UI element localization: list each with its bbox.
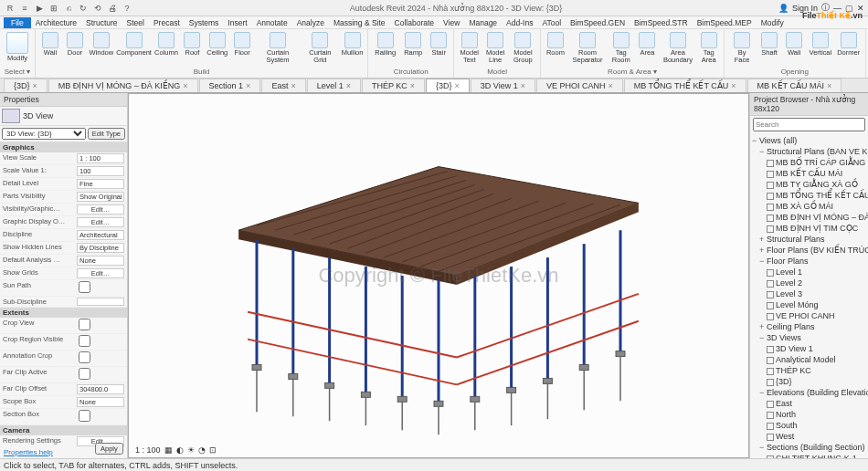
tab-close-icon[interactable]: × (731, 81, 736, 90)
prop-value[interactable]: By Discipline (77, 243, 124, 253)
ribbon-shaft-button[interactable]: Shaft (758, 31, 780, 58)
ribbon-railing-button[interactable]: Railing (372, 31, 398, 58)
prop-value[interactable] (77, 351, 124, 365)
scale-label[interactable]: 1 : 100 (135, 445, 161, 455)
prop-checkbox[interactable] (79, 281, 90, 293)
menu-file[interactable]: File (4, 17, 31, 28)
ribbon-curtainsystem-button[interactable]: Curtain System (256, 31, 300, 64)
tree-node[interactable]: North (752, 409, 866, 420)
prop-value[interactable]: 1 : 100 (77, 153, 124, 163)
menu-insert[interactable]: Insert (223, 17, 251, 28)
prop-checkbox[interactable] (79, 335, 90, 347)
prop-value[interactable]: 100 (77, 166, 124, 176)
tab-close-icon[interactable]: × (183, 81, 187, 90)
view-tab[interactable]: Section 1× (199, 78, 261, 92)
tree-node[interactable]: Level 2 (752, 277, 866, 288)
tree-node[interactable]: +Ceiling Plans (752, 321, 866, 332)
prop-value[interactable]: Edit… (77, 268, 124, 278)
tree-toggle-icon[interactable]: − (759, 443, 767, 452)
shadow-icon[interactable]: ◔ (198, 445, 206, 455)
ribbon-floor-button[interactable]: Floor (231, 31, 253, 58)
tree-node[interactable]: Level 1 (752, 267, 866, 277)
menu-manage[interactable]: Manage (464, 17, 502, 28)
menu-steel[interactable]: Steel (122, 17, 149, 28)
tree-node[interactable]: MB ĐỊNH VỊ MÓNG – ĐÀ KIỀNG (752, 212, 866, 223)
visual-style-icon[interactable]: ◐ (176, 445, 184, 455)
ribbon-component-button[interactable]: Component (117, 31, 152, 58)
prop-value[interactable]: Architectural (77, 230, 124, 240)
ribbon-ceiling-button[interactable]: Ceiling (206, 31, 228, 58)
menu-modify[interactable]: Modify (757, 17, 789, 28)
qat-item[interactable]: ⊞ (48, 2, 60, 15)
tab-close-icon[interactable]: × (346, 81, 351, 90)
ribbon-column-button[interactable]: Column (153, 31, 178, 58)
view-tab[interactable]: MB KẾT CẤU MÁI× (747, 78, 842, 92)
tree-node[interactable]: 3D View 1 (752, 343, 866, 354)
prop-value[interactable]: None (77, 256, 124, 266)
prop-value[interactable] (77, 298, 124, 306)
ribbon-room-button[interactable]: Room (545, 31, 566, 58)
prop-group[interactable]: Graphics (0, 142, 127, 152)
tree-node[interactable]: −3D Views (752, 332, 866, 343)
ribbon-tagarea-button[interactable]: Tag Area (698, 31, 720, 64)
qat-item[interactable]: ? (121, 2, 133, 15)
prop-group[interactable]: Camera (0, 425, 127, 435)
tree-toggle-icon[interactable]: + (759, 322, 767, 331)
tree-node[interactable]: East (752, 398, 866, 409)
tree-node[interactable]: West (752, 431, 866, 442)
tree-node[interactable]: THÉP KC (752, 365, 866, 376)
apply-button[interactable]: Apply (95, 443, 123, 455)
view-tab[interactable]: 3D View 1× (471, 78, 535, 92)
tree-node[interactable]: MB TY GIẰNG XÀ GỒ (752, 179, 866, 190)
prop-value[interactable]: Fine (77, 179, 124, 189)
tree-node[interactable]: {3D} (752, 376, 866, 387)
ribbon-modelgroup-button[interactable]: Model Group (510, 31, 536, 64)
ribbon-curtaingrid-button[interactable]: Curtain Grid (302, 31, 338, 64)
view-tab[interactable]: MB TỔNG THỂ KẾT CẤU× (624, 78, 746, 92)
prop-value[interactable]: None (77, 397, 124, 407)
qat-item[interactable]: R (4, 2, 16, 15)
tree-root[interactable]: −Views (all) (752, 135, 866, 146)
menu-atool[interactable]: ATool (537, 17, 566, 28)
ribbon-door-button[interactable]: Door (64, 31, 86, 58)
prop-group[interactable]: Extents (0, 308, 127, 318)
sun-icon[interactable]: ☀ (187, 445, 195, 455)
tree-node[interactable]: −Structural Plans (BAN VE KC) (752, 146, 866, 157)
qat-item[interactable]: ⟲ (91, 2, 104, 15)
tree-node[interactable]: Level Móng (752, 299, 866, 310)
view-tab[interactable]: {3D}× (4, 78, 48, 92)
menu-bimspeedmep[interactable]: BimSpeed.MEP (693, 17, 757, 28)
type-selector[interactable]: 3D View: {3D} (2, 128, 86, 140)
crop-icon[interactable]: ⊡ (209, 445, 217, 455)
prop-checkbox[interactable] (79, 410, 90, 422)
ribbon-byface-button[interactable]: By Face (728, 31, 756, 64)
qat-item[interactable]: 🖨 (106, 2, 119, 15)
tree-toggle-icon[interactable]: − (759, 388, 767, 397)
ribbon-wall-button[interactable]: Wall (783, 31, 805, 58)
modify-button[interactable]: Modify (4, 31, 31, 63)
tab-close-icon[interactable]: × (827, 81, 831, 90)
ribbon-modeltext-button[interactable]: Model Text (458, 31, 481, 64)
tree-node[interactable]: +Floor Plans (BV KIẾN TRÚC) (752, 245, 866, 256)
tab-close-icon[interactable]: × (455, 81, 460, 90)
menu-bimspeedstr[interactable]: BimSpeed.STR (630, 17, 693, 28)
prop-value[interactable]: Show Original (77, 192, 124, 202)
view-tab[interactable]: MB ĐỊNH VỊ MÓNG – ĐÀ KIỀNG× (48, 78, 198, 92)
tree-node[interactable]: MB KẾT CẤU MÁI (752, 168, 866, 179)
viewport-3d[interactable]: Copyright © FileThietKe.vn (128, 93, 749, 458)
menu-bimspeedgen[interactable]: BimSpeed.GEN (566, 17, 630, 28)
qat-item[interactable]: ≡ (18, 2, 31, 15)
ribbon-areaboundary-button[interactable]: Area Boundary (661, 31, 694, 64)
tree-node[interactable]: South (752, 420, 866, 431)
tree-toggle-icon[interactable]: − (759, 333, 767, 342)
tree-node[interactable]: +Structural Plans (752, 234, 866, 245)
menu-precast[interactable]: Precast (149, 17, 185, 28)
tree-node[interactable]: −Sections (Building Section) (752, 442, 866, 453)
tab-close-icon[interactable]: × (521, 81, 525, 90)
tree-node[interactable]: MB XÀ GỒ MÁI (752, 201, 866, 212)
tree-toggle-icon[interactable]: − (759, 147, 767, 156)
qat-item[interactable]: ↻ (77, 2, 90, 15)
prop-value[interactable] (77, 410, 124, 424)
user-icon[interactable]: 👤 (778, 4, 789, 13)
view-tab[interactable]: East× (261, 78, 305, 92)
